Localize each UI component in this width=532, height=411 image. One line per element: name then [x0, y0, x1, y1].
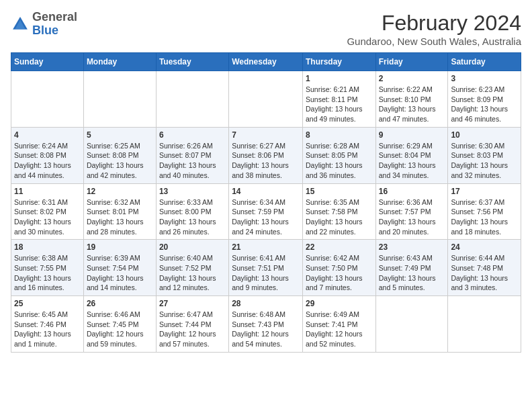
day-number: 19	[87, 242, 153, 252]
calendar-cell	[11, 71, 84, 128]
day-info: Sunrise: 6:46 AM Sunset: 7:45 PM Dayligh…	[87, 310, 153, 349]
calendar-cell: 20Sunrise: 6:40 AM Sunset: 7:52 PM Dayli…	[156, 240, 228, 296]
calendar-cell: 12Sunrise: 6:32 AM Sunset: 8:01 PM Dayli…	[83, 183, 156, 240]
day-info: Sunrise: 6:29 AM Sunset: 8:04 PM Dayligh…	[379, 141, 445, 181]
day-info: Sunrise: 6:28 AM Sunset: 8:05 PM Dayligh…	[306, 141, 373, 181]
calendar-cell: 17Sunrise: 6:37 AM Sunset: 7:56 PM Dayli…	[448, 183, 521, 240]
day-info: Sunrise: 6:30 AM Sunset: 8:03 PM Dayligh…	[451, 141, 518, 181]
calendar-cell: 7Sunrise: 6:27 AM Sunset: 8:06 PM Daylig…	[229, 127, 303, 183]
day-number: 3	[451, 74, 518, 83]
day-info: Sunrise: 6:38 AM Sunset: 7:55 PM Dayligh…	[14, 253, 81, 293]
day-number: 20	[159, 242, 226, 252]
day-info: Sunrise: 6:25 AM Sunset: 8:08 PM Dayligh…	[87, 141, 153, 181]
day-info: Sunrise: 6:23 AM Sunset: 8:09 PM Dayligh…	[451, 85, 518, 124]
day-number: 4	[14, 130, 81, 140]
calendar-cell: 29Sunrise: 6:49 AM Sunset: 7:41 PM Dayli…	[302, 296, 375, 353]
day-number: 17	[451, 187, 518, 196]
calendar-cell: 16Sunrise: 6:36 AM Sunset: 7:57 PM Dayli…	[375, 183, 448, 240]
calendar-cell: 9Sunrise: 6:29 AM Sunset: 8:04 PM Daylig…	[375, 127, 448, 183]
day-info: Sunrise: 6:48 AM Sunset: 7:43 PM Dayligh…	[232, 310, 300, 349]
day-info: Sunrise: 6:31 AM Sunset: 8:02 PM Dayligh…	[14, 197, 81, 237]
day-info: Sunrise: 6:36 AM Sunset: 7:57 PM Dayligh…	[379, 197, 445, 237]
day-info: Sunrise: 6:42 AM Sunset: 7:50 PM Dayligh…	[306, 253, 373, 293]
day-info: Sunrise: 6:21 AM Sunset: 8:11 PM Dayligh…	[306, 85, 373, 124]
calendar-cell: 18Sunrise: 6:38 AM Sunset: 7:55 PM Dayli…	[11, 240, 84, 296]
day-info: Sunrise: 6:27 AM Sunset: 8:06 PM Dayligh…	[232, 141, 300, 181]
calendar-cell: 23Sunrise: 6:43 AM Sunset: 7:49 PM Dayli…	[375, 240, 448, 296]
calendar-cell: 25Sunrise: 6:45 AM Sunset: 7:46 PM Dayli…	[11, 296, 84, 353]
day-number: 29	[306, 299, 373, 308]
calendar-week-row: 18Sunrise: 6:38 AM Sunset: 7:55 PM Dayli…	[11, 240, 521, 296]
day-number: 8	[306, 130, 373, 140]
day-info: Sunrise: 6:41 AM Sunset: 7:51 PM Dayligh…	[232, 253, 300, 293]
day-header-saturday: Saturday	[448, 53, 521, 71]
calendar-cell: 2Sunrise: 6:22 AM Sunset: 8:10 PM Daylig…	[375, 71, 448, 128]
day-number: 22	[306, 242, 373, 252]
day-info: Sunrise: 6:22 AM Sunset: 8:10 PM Dayligh…	[379, 85, 445, 124]
day-number: 14	[232, 187, 300, 196]
day-number: 27	[159, 299, 226, 308]
day-header-friday: Friday	[375, 53, 448, 71]
calendar-cell: 10Sunrise: 6:30 AM Sunset: 8:03 PM Dayli…	[448, 127, 521, 183]
day-info: Sunrise: 6:49 AM Sunset: 7:41 PM Dayligh…	[306, 310, 373, 349]
day-info: Sunrise: 6:37 AM Sunset: 7:56 PM Dayligh…	[451, 197, 518, 237]
day-number: 9	[379, 130, 445, 140]
day-number: 24	[451, 242, 518, 252]
day-info: Sunrise: 6:40 AM Sunset: 7:52 PM Dayligh…	[159, 253, 226, 293]
day-header-wednesday: Wednesday	[229, 53, 303, 71]
day-number: 12	[87, 187, 153, 196]
day-number: 28	[232, 299, 300, 308]
day-number: 15	[306, 187, 373, 196]
day-info: Sunrise: 6:33 AM Sunset: 8:00 PM Dayligh…	[159, 197, 226, 237]
day-info: Sunrise: 6:35 AM Sunset: 7:58 PM Dayligh…	[306, 197, 373, 237]
day-number: 11	[14, 187, 81, 196]
calendar-cell: 14Sunrise: 6:34 AM Sunset: 7:59 PM Dayli…	[229, 183, 303, 240]
logo-general-text: General	[32, 10, 77, 24]
calendar-cell: 6Sunrise: 6:26 AM Sunset: 8:07 PM Daylig…	[156, 127, 228, 183]
calendar-cell	[229, 71, 303, 128]
day-number: 7	[232, 130, 300, 140]
day-number: 5	[87, 130, 153, 140]
calendar-week-row: 1Sunrise: 6:21 AM Sunset: 8:11 PM Daylig…	[11, 71, 521, 128]
calendar-cell: 24Sunrise: 6:44 AM Sunset: 7:48 PM Dayli…	[448, 240, 521, 296]
title-area: February 2024 Gundaroo, New South Wales,…	[347, 11, 521, 47]
day-number: 25	[14, 299, 81, 308]
calendar-cell: 15Sunrise: 6:35 AM Sunset: 7:58 PM Dayli…	[302, 183, 375, 240]
calendar-header-row: SundayMondayTuesdayWednesdayThursdayFrid…	[11, 53, 521, 71]
day-info: Sunrise: 6:24 AM Sunset: 8:08 PM Dayligh…	[14, 141, 81, 181]
calendar-cell	[156, 71, 228, 128]
calendar-table: SundayMondayTuesdayWednesdayThursdayFrid…	[11, 52, 521, 353]
calendar-cell: 21Sunrise: 6:41 AM Sunset: 7:51 PM Dayli…	[229, 240, 303, 296]
calendar-cell: 11Sunrise: 6:31 AM Sunset: 8:02 PM Dayli…	[11, 183, 84, 240]
calendar-cell: 4Sunrise: 6:24 AM Sunset: 8:08 PM Daylig…	[11, 127, 84, 183]
calendar-cell	[448, 296, 521, 353]
day-info: Sunrise: 6:34 AM Sunset: 7:59 PM Dayligh…	[232, 197, 300, 237]
day-info: Sunrise: 6:26 AM Sunset: 8:07 PM Dayligh…	[159, 141, 226, 181]
calendar-cell: 13Sunrise: 6:33 AM Sunset: 8:00 PM Dayli…	[156, 183, 228, 240]
day-info: Sunrise: 6:39 AM Sunset: 7:54 PM Dayligh…	[87, 253, 153, 293]
calendar-cell: 19Sunrise: 6:39 AM Sunset: 7:54 PM Dayli…	[83, 240, 156, 296]
calendar-cell	[83, 71, 156, 128]
day-info: Sunrise: 6:44 AM Sunset: 7:48 PM Dayligh…	[451, 253, 518, 293]
day-info: Sunrise: 6:43 AM Sunset: 7:49 PM Dayligh…	[379, 253, 445, 293]
day-number: 21	[232, 242, 300, 252]
day-header-thursday: Thursday	[302, 53, 375, 71]
calendar-week-row: 11Sunrise: 6:31 AM Sunset: 8:02 PM Dayli…	[11, 183, 521, 240]
day-info: Sunrise: 6:32 AM Sunset: 8:01 PM Dayligh…	[87, 197, 153, 237]
calendar-cell: 5Sunrise: 6:25 AM Sunset: 8:08 PM Daylig…	[83, 127, 156, 183]
calendar-cell: 8Sunrise: 6:28 AM Sunset: 8:05 PM Daylig…	[302, 127, 375, 183]
calendar-week-row: 4Sunrise: 6:24 AM Sunset: 8:08 PM Daylig…	[11, 127, 521, 183]
calendar-week-row: 25Sunrise: 6:45 AM Sunset: 7:46 PM Dayli…	[11, 296, 521, 353]
day-number: 18	[14, 242, 81, 252]
location-subtitle: Gundaroo, New South Wales, Australia	[347, 36, 521, 47]
day-info: Sunrise: 6:45 AM Sunset: 7:46 PM Dayligh…	[14, 310, 81, 349]
logo-blue-text: Blue	[32, 24, 58, 37]
calendar-cell: 3Sunrise: 6:23 AM Sunset: 8:09 PM Daylig…	[448, 71, 521, 128]
day-number: 2	[379, 74, 445, 83]
logo: General Blue	[11, 11, 77, 38]
day-header-monday: Monday	[83, 53, 156, 71]
calendar-cell: 27Sunrise: 6:47 AM Sunset: 7:44 PM Dayli…	[156, 296, 228, 353]
day-number: 10	[451, 130, 518, 140]
calendar-cell: 28Sunrise: 6:48 AM Sunset: 7:43 PM Dayli…	[229, 296, 303, 353]
calendar-cell: 22Sunrise: 6:42 AM Sunset: 7:50 PM Dayli…	[302, 240, 375, 296]
